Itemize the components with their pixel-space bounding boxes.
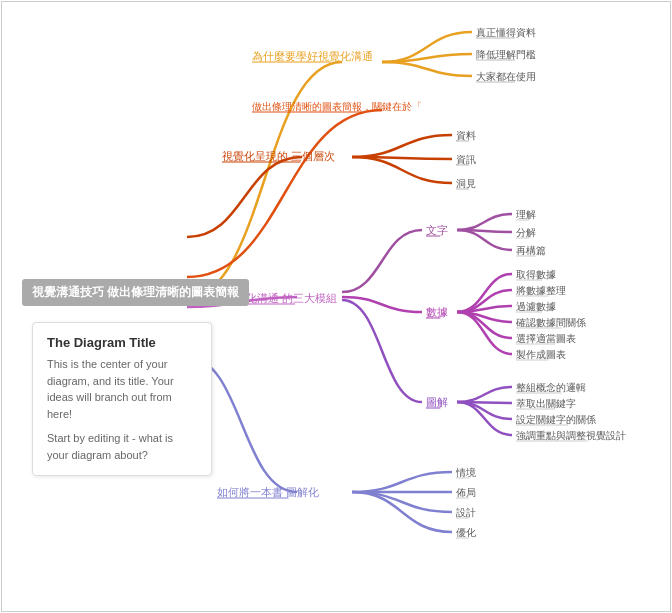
svg-text:設計: 設計	[456, 507, 476, 518]
svg-text:選擇適當圖表: 選擇適當圖表	[516, 333, 576, 344]
svg-text:萃取出關鍵字: 萃取出關鍵字	[516, 398, 576, 409]
svg-text:數據: 數據	[426, 306, 448, 318]
svg-text:優化: 優化	[456, 527, 476, 538]
svg-text:做出條理清晰的圖表簡報，關鍵在於「: 做出條理清晰的圖表簡報，關鍵在於「	[252, 101, 422, 112]
svg-text:設定關鍵字的關係: 設定關鍵字的關係	[516, 414, 596, 425]
svg-text:整組概念的邏輯: 整組概念的邏輯	[516, 382, 586, 393]
svg-text:將數據整理: 將數據整理	[516, 285, 566, 296]
svg-text:資料: 資料	[456, 130, 476, 141]
svg-text:確認數據間關係: 確認數據間關係	[515, 317, 586, 328]
tooltip-box: The Diagram Title This is the center of …	[32, 322, 212, 476]
svg-text:真正懂得資料: 真正懂得資料	[476, 27, 536, 38]
svg-text:過濾數據: 過濾數據	[516, 301, 556, 312]
svg-text:佈局: 佈局	[456, 487, 476, 498]
tooltip-body: This is the center of your diagram, and …	[47, 356, 197, 422]
svg-text:分解: 分解	[516, 227, 536, 238]
svg-text:再構篇: 再構篇	[516, 245, 546, 256]
svg-text:情境: 情境	[455, 467, 476, 478]
tooltip-footer: Start by editing it - what is your diagr…	[47, 430, 197, 463]
svg-text:大家都在使用: 大家都在使用	[476, 71, 536, 82]
svg-text:為什麼要學好視覺化溝通: 為什麼要學好視覺化溝通	[252, 50, 373, 62]
svg-text:降低理解門檻: 降低理解門檻	[476, 49, 536, 60]
svg-text:資訊: 資訊	[456, 154, 476, 165]
mind-map-canvas: 為什麼要學好視覺化溝通真正懂得資料降低理解門檻大家都在使用做出條理清晰的圖表簡報…	[1, 1, 671, 612]
svg-text:文字: 文字	[426, 224, 448, 236]
svg-text:圖解: 圖解	[426, 396, 448, 408]
tooltip-title: The Diagram Title	[47, 335, 197, 350]
svg-text:視覺化呈現的 三個層次: 視覺化呈現的 三個層次	[222, 150, 335, 162]
svg-text:洞見: 洞見	[456, 178, 476, 189]
svg-text:取得數據: 取得數據	[516, 269, 556, 280]
svg-text:製作成圖表: 製作成圖表	[516, 349, 566, 360]
mind-map-svg: 為什麼要學好視覺化溝通真正懂得資料降低理解門檻大家都在使用做出條理清晰的圖表簡報…	[2, 2, 670, 611]
svg-text:如何將一本書 圖解化: 如何將一本書 圖解化	[217, 486, 319, 498]
svg-text:強調重點與調整視覺設計: 強調重點與調整視覺設計	[516, 430, 626, 441]
svg-text:理解: 理解	[516, 209, 536, 220]
root-node[interactable]: 視覺溝通技巧 做出條理清晰的圖表簡報	[22, 279, 249, 306]
